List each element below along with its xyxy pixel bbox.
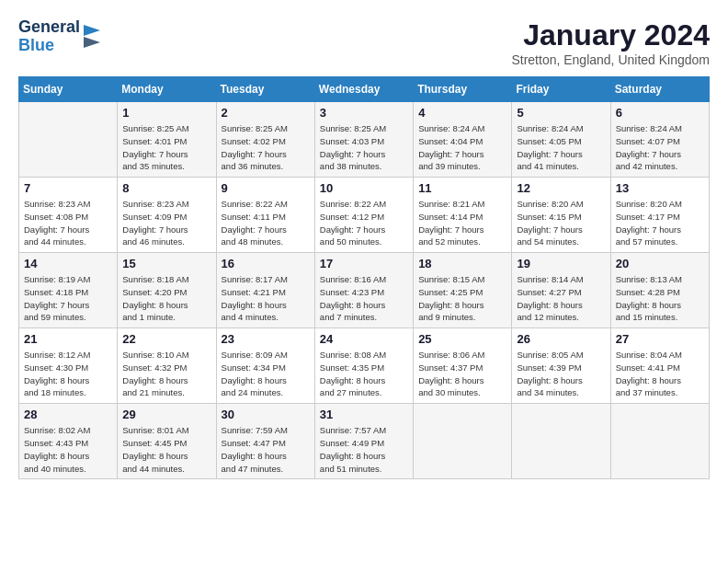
calendar-cell: 18Sunrise: 8:15 AM Sunset: 4:25 PM Dayli… <box>414 253 512 328</box>
day-number: 21 <box>24 332 112 346</box>
day-number: 23 <box>222 332 310 346</box>
title-area: January 2024 Stretton, England, United K… <box>511 18 710 67</box>
day-number: 27 <box>616 332 704 346</box>
day-number: 14 <box>24 257 112 270</box>
calendar-cell: 23Sunrise: 8:09 AM Sunset: 4:34 PM Dayli… <box>216 328 314 404</box>
day-info: Sunrise: 8:02 AM Sunset: 4:43 PM Dayligh… <box>24 424 112 475</box>
day-info: Sunrise: 8:25 AM Sunset: 4:03 PM Dayligh… <box>320 122 408 173</box>
calendar-cell <box>19 102 118 178</box>
calendar-cell: 27Sunrise: 8:04 AM Sunset: 4:41 PM Dayli… <box>610 328 709 404</box>
calendar-cell: 19Sunrise: 8:14 AM Sunset: 4:27 PM Dayli… <box>512 253 610 328</box>
day-info: Sunrise: 8:19 AM Sunset: 4:18 PM Dayligh… <box>24 273 112 324</box>
day-number: 4 <box>418 106 506 120</box>
calendar-table: SundayMondayTuesdayWednesdayThursdayFrid… <box>18 76 710 479</box>
day-info: Sunrise: 7:59 AM Sunset: 4:47 PM Dayligh… <box>222 424 310 475</box>
calendar-cell <box>512 404 610 479</box>
calendar-cell: 3Sunrise: 8:25 AM Sunset: 4:03 PM Daylig… <box>314 102 413 178</box>
week-row-4: 21Sunrise: 8:12 AM Sunset: 4:30 PM Dayli… <box>19 328 710 404</box>
day-info: Sunrise: 8:25 AM Sunset: 4:02 PM Dayligh… <box>222 122 310 173</box>
header-row: SundayMondayTuesdayWednesdayThursdayFrid… <box>19 77 710 102</box>
calendar-cell: 2Sunrise: 8:25 AM Sunset: 4:02 PM Daylig… <box>216 102 314 178</box>
day-header-monday: Monday <box>118 77 216 102</box>
logo: General Blue <box>18 18 102 55</box>
day-header-tuesday: Tuesday <box>216 77 314 102</box>
day-number: 17 <box>320 257 408 270</box>
calendar-cell: 5Sunrise: 8:24 AM Sunset: 4:05 PM Daylig… <box>512 102 610 178</box>
svg-marker-1 <box>84 37 100 48</box>
day-info: Sunrise: 8:10 AM Sunset: 4:32 PM Dayligh… <box>122 349 210 399</box>
calendar-cell: 25Sunrise: 8:06 AM Sunset: 4:37 PM Dayli… <box>414 328 512 404</box>
day-number: 12 <box>517 181 605 195</box>
day-info: Sunrise: 8:22 AM Sunset: 4:11 PM Dayligh… <box>222 198 310 248</box>
calendar-cell <box>414 404 512 479</box>
calendar-cell: 12Sunrise: 8:20 AM Sunset: 4:15 PM Dayli… <box>512 178 610 253</box>
calendar-cell <box>610 404 709 479</box>
calendar-cell: 10Sunrise: 8:22 AM Sunset: 4:12 PM Dayli… <box>314 178 413 253</box>
day-number: 20 <box>616 257 704 270</box>
day-header-thursday: Thursday <box>414 77 512 102</box>
day-info: Sunrise: 8:15 AM Sunset: 4:25 PM Dayligh… <box>418 273 506 324</box>
day-number: 25 <box>418 332 506 346</box>
calendar-cell: 20Sunrise: 8:13 AM Sunset: 4:28 PM Dayli… <box>610 253 709 328</box>
day-info: Sunrise: 8:14 AM Sunset: 4:27 PM Dayligh… <box>517 273 605 324</box>
calendar-cell: 31Sunrise: 7:57 AM Sunset: 4:49 PM Dayli… <box>314 404 413 479</box>
day-info: Sunrise: 8:13 AM Sunset: 4:28 PM Dayligh… <box>616 273 704 324</box>
calendar-cell: 9Sunrise: 8:22 AM Sunset: 4:11 PM Daylig… <box>216 178 314 253</box>
day-info: Sunrise: 8:09 AM Sunset: 4:34 PM Dayligh… <box>222 349 310 399</box>
logo-blue: Blue <box>18 37 80 55</box>
day-number: 28 <box>24 408 112 421</box>
calendar-cell: 30Sunrise: 7:59 AM Sunset: 4:47 PM Dayli… <box>216 404 314 479</box>
calendar-cell: 15Sunrise: 8:18 AM Sunset: 4:20 PM Dayli… <box>118 253 216 328</box>
day-info: Sunrise: 8:17 AM Sunset: 4:21 PM Dayligh… <box>222 273 310 324</box>
calendar-cell: 4Sunrise: 8:24 AM Sunset: 4:04 PM Daylig… <box>414 102 512 178</box>
calendar-cell: 13Sunrise: 8:20 AM Sunset: 4:17 PM Dayli… <box>610 178 709 253</box>
day-number: 31 <box>320 408 408 421</box>
day-info: Sunrise: 8:16 AM Sunset: 4:23 PM Dayligh… <box>320 273 408 324</box>
day-info: Sunrise: 8:21 AM Sunset: 4:14 PM Dayligh… <box>418 198 506 248</box>
day-number: 8 <box>122 181 210 195</box>
week-row-1: 1Sunrise: 8:25 AM Sunset: 4:01 PM Daylig… <box>19 102 710 178</box>
calendar-cell: 6Sunrise: 8:24 AM Sunset: 4:07 PM Daylig… <box>610 102 709 178</box>
day-info: Sunrise: 7:57 AM Sunset: 4:49 PM Dayligh… <box>320 424 408 475</box>
day-info: Sunrise: 8:04 AM Sunset: 4:41 PM Dayligh… <box>616 349 704 399</box>
calendar-cell: 8Sunrise: 8:23 AM Sunset: 4:09 PM Daylig… <box>118 178 216 253</box>
day-number: 10 <box>320 181 408 195</box>
page-header: General Blue January 2024 Stretton, Engl… <box>18 18 710 67</box>
logo-general: General <box>18 18 80 37</box>
day-header-sunday: Sunday <box>19 77 118 102</box>
day-number: 13 <box>616 181 704 195</box>
calendar-cell: 28Sunrise: 8:02 AM Sunset: 4:43 PM Dayli… <box>19 404 118 479</box>
day-number: 11 <box>418 181 506 195</box>
day-number: 1 <box>122 106 210 120</box>
week-row-5: 28Sunrise: 8:02 AM Sunset: 4:43 PM Dayli… <box>19 404 710 479</box>
calendar-cell: 1Sunrise: 8:25 AM Sunset: 4:01 PM Daylig… <box>118 102 216 178</box>
day-number: 29 <box>122 408 210 421</box>
day-info: Sunrise: 8:18 AM Sunset: 4:20 PM Dayligh… <box>122 273 210 324</box>
day-header-wednesday: Wednesday <box>314 77 413 102</box>
day-number: 7 <box>24 181 112 195</box>
day-info: Sunrise: 8:25 AM Sunset: 4:01 PM Dayligh… <box>122 122 210 173</box>
day-info: Sunrise: 8:01 AM Sunset: 4:45 PM Dayligh… <box>122 424 210 475</box>
day-info: Sunrise: 8:24 AM Sunset: 4:05 PM Dayligh… <box>517 122 605 173</box>
day-header-friday: Friday <box>512 77 610 102</box>
calendar-cell: 7Sunrise: 8:23 AM Sunset: 4:08 PM Daylig… <box>19 178 118 253</box>
day-info: Sunrise: 8:20 AM Sunset: 4:15 PM Dayligh… <box>517 198 605 248</box>
day-number: 26 <box>517 332 605 346</box>
week-row-3: 14Sunrise: 8:19 AM Sunset: 4:18 PM Dayli… <box>19 253 710 328</box>
day-number: 2 <box>222 106 310 120</box>
day-info: Sunrise: 8:08 AM Sunset: 4:35 PM Dayligh… <box>320 349 408 399</box>
day-number: 9 <box>222 181 310 195</box>
day-info: Sunrise: 8:20 AM Sunset: 4:17 PM Dayligh… <box>616 198 704 248</box>
week-row-2: 7Sunrise: 8:23 AM Sunset: 4:08 PM Daylig… <box>19 178 710 253</box>
day-info: Sunrise: 8:24 AM Sunset: 4:07 PM Dayligh… <box>616 122 704 173</box>
calendar-cell: 17Sunrise: 8:16 AM Sunset: 4:23 PM Dayli… <box>314 253 413 328</box>
day-number: 24 <box>320 332 408 346</box>
calendar-cell: 29Sunrise: 8:01 AM Sunset: 4:45 PM Dayli… <box>118 404 216 479</box>
location: Stretton, England, United Kingdom <box>511 52 710 67</box>
calendar-cell: 11Sunrise: 8:21 AM Sunset: 4:14 PM Dayli… <box>414 178 512 253</box>
day-info: Sunrise: 8:12 AM Sunset: 4:30 PM Dayligh… <box>24 349 112 399</box>
calendar-cell: 22Sunrise: 8:10 AM Sunset: 4:32 PM Dayli… <box>118 328 216 404</box>
day-info: Sunrise: 8:22 AM Sunset: 4:12 PM Dayligh… <box>320 198 408 248</box>
day-number: 6 <box>616 106 704 120</box>
logo-flag-icon <box>82 23 102 51</box>
